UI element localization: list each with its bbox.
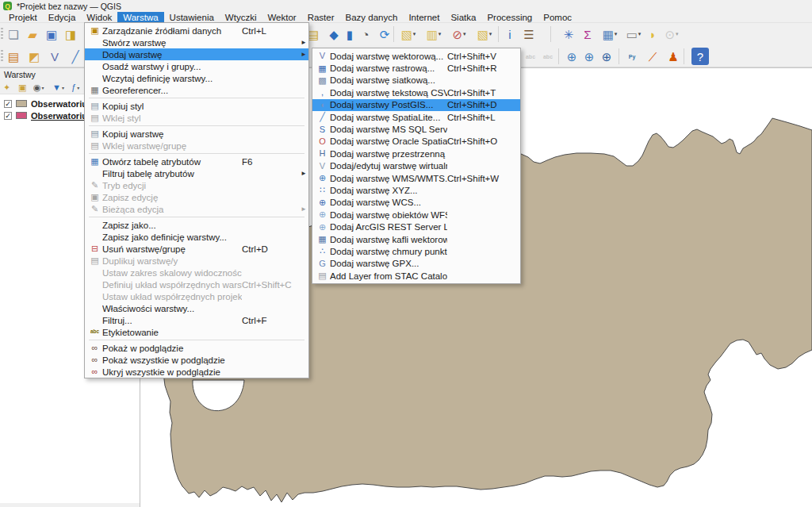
new-bookmark-button[interactable]: ◆ [325, 25, 343, 43]
data-source-manager-button[interactable]: ▤ [5, 48, 22, 65]
refresh-map-button[interactable]: ⟳ [376, 25, 393, 43]
submenu-item-dodaj-warstwe-siatkowa[interactable]: ▩Dodaj warstwę siatkową... [312, 75, 520, 86]
menu-item-ukryj-wszystkie-w-podgladzie[interactable]: ∞Ukryj wszystkie w podglądzie [85, 366, 308, 378]
submenu-item-dodaj-warstwe-wfs-ogc-api[interactable]: ⊕Dodaj warstwę obiektów WFS / OGC API... [312, 209, 520, 221]
dropdown-caret-icon[interactable]: ▾ [638, 31, 642, 37]
select-freehand-button[interactable]: ▧▾ [473, 25, 496, 43]
menu-item-pokaz-w-podgladzie[interactable]: ∞Pokaż w podglądzie [85, 342, 308, 354]
select-by-value-button[interactable]: ▥▾ [422, 25, 446, 43]
menu-item-zarzadzanie-zrodlami-danych[interactable]: ▣Zarządzanie źródłami danychCtrl+L [85, 25, 308, 36]
help-button[interactable]: ? [691, 48, 709, 65]
filter-by-expression-button[interactable]: ƒ▾ [71, 81, 79, 94]
menu-item-otworz-tabele-atrybutow[interactable]: ▦Otwórz tabelę atrybutówF6 [85, 156, 308, 167]
label-single-button[interactable]: abc [522, 48, 539, 65]
menu-item-georeferencer[interactable]: ▦Georeferencer... [85, 84, 308, 96]
menu-item-ustaw-zakres-skalowy[interactable]: Ustaw zakres skalowy widoczności warstw(… [85, 267, 308, 278]
submenu-item-dodaj-warstwe-spatialite[interactable]: ╱Dodaj warstwę SpatiaLite...Ctrl+Shift+L [312, 111, 520, 123]
menu-item-tryb-edycji[interactable]: ✎Tryb edycji [85, 179, 308, 191]
submenu-item-dodaj-warstwe-wms-wmts[interactable]: ⊕Dodaj warstwę WMS/WMTS...Ctrl+Shift+W [312, 172, 520, 184]
menu-item-kopiuj-warstwe[interactable]: ▤Kopiuj warstwę [85, 128, 308, 140]
menubar-item-wtyczki[interactable]: Wtyczki [220, 12, 262, 22]
menu-item-osadz-warstwy-i-grupy[interactable]: Osadź warstwy i grupy... [85, 60, 308, 72]
layer-visibility-checkbox[interactable]: ✓ [4, 100, 12, 108]
show-statistics-button[interactable]: Σ [579, 25, 596, 43]
menu-item-usun-warstwe-grupe[interactable]: ⊟Usuń warstwę/grupęCtrl+D [85, 243, 308, 255]
identify-features-button[interactable]: i [501, 25, 519, 43]
submenu-item-dodaj-warstwe-oracle[interactable]: ODodaj warstwę Oracle Spatial...Ctrl+Shi… [312, 136, 520, 148]
submenu-item-dodaj-arcgis-rest-server-layer[interactable]: ⊕Dodaj ArcGIS REST Server Layer... [312, 221, 520, 232]
menu-item-biezaca-edycja[interactable]: ✎Bieżąca edycja► [85, 203, 308, 215]
metasearch-button[interactable]: ⊕ [598, 48, 615, 65]
mapswipe-person-button[interactable]: ♟ [665, 48, 682, 65]
menu-item-stworz-warstwe[interactable]: Stwórz warstwę► [85, 36, 308, 48]
dropdown-caret-icon[interactable]: ▾ [42, 85, 44, 90]
temporal-controller-button[interactable]: ◔ [357, 25, 374, 43]
submenu-item-dodaj-warstwe-gpx[interactable]: GDodaj warstwę GPX... [312, 258, 520, 270]
submenu-item-dodaj-warstwe-chmury-punktow[interactable]: ∴Dodaj warstwę chmury punktów... [312, 245, 520, 257]
open-attribute-table-button[interactable]: ▦▾ [598, 25, 622, 43]
menubar-item-edycja[interactable]: Edycja [43, 12, 82, 22]
submenu-item-dodaj-warstwe-wcs[interactable]: ⊕Dodaj warstwę WCS... [312, 197, 520, 209]
save-project-button[interactable]: ▣ [43, 25, 60, 43]
submenu-item-dodaj-warstwe-xyz[interactable]: ∷Dodaj warstwę XYZ... [312, 184, 520, 196]
submenu-item-dodaj-warstwy-postgis[interactable]: ◖Dodaj warstwy PostGIS...Ctrl+Shift+D [312, 99, 520, 111]
menu-item-kopiuj-styl[interactable]: ▤Kopiuj styl [85, 100, 308, 112]
menubar-item-raster[interactable]: Raster [302, 12, 340, 22]
add-spatialite-layer-button[interactable]: ╱ [67, 48, 84, 65]
submenu-item-dodaj-warstwe-wektorowa[interactable]: VDodaj warstwę wektorową...Ctrl+Shift+V [312, 50, 520, 62]
label-layer-button[interactable]: abc [539, 48, 557, 65]
menu-item-dodaj-warstwe[interactable]: Dodaj warstwę► [85, 48, 308, 60]
menu-item-wlasciwosci-warstwy[interactable]: Właściwości warstwy... [85, 302, 308, 314]
menu-item-wklej-styl[interactable]: ▤Wklej styl [85, 112, 308, 124]
processing-toolbox-button[interactable]: ✳ [560, 25, 577, 43]
submenu-item-add-layer-from-stac-catalog[interactable]: ▤Add Layer from STAC Catalog... [312, 270, 520, 282]
menu-item-zapisz-jako-definicje-warstwy[interactable]: Zapisz jako definicję warstwy... [85, 231, 308, 243]
dropdown-caret-icon[interactable]: ▾ [439, 31, 442, 37]
open-styling-panel-button[interactable]: ✦ [3, 81, 10, 94]
menubar-item-pomoc[interactable]: Pomoc [538, 12, 577, 22]
add-wcs-layer-button[interactable]: ⊕ [580, 48, 598, 65]
menu-item-wklej-warstwe-grupe[interactable]: ▤Wklej warstwę/grupę [85, 140, 308, 152]
open-project-button[interactable]: ▰ [24, 25, 41, 43]
dropdown-caret-icon[interactable]: ▾ [62, 85, 64, 90]
menu-item-duplikuj-warstwe[interactable]: ▤Duplikuj warstwę/y [85, 255, 308, 267]
dropdown-caret-icon[interactable]: ▾ [676, 31, 679, 37]
add-wms-layer-button[interactable]: ⊕ [563, 48, 580, 65]
dropdown-caret-icon[interactable]: ▾ [615, 31, 618, 37]
layer-visibility-checkbox[interactable]: ✓ [4, 112, 12, 120]
submenu-item-dodaj-warstwe-kafli-wektorowych[interactable]: ▦Dodaj warstwę kafli wektorowych... [312, 233, 520, 245]
select-features-button[interactable]: ▧▾ [396, 25, 420, 43]
menubar-item-siatka[interactable]: Siatka [445, 12, 481, 22]
submenu-item-dodaj-edytuj-warstwe-wirtualna[interactable]: VDodaj/edytuj warstwę wirtualną... [312, 160, 520, 172]
menubar-item-projekt[interactable]: Projekt [3, 12, 43, 22]
filter-legend-button[interactable]: ▼▾ [52, 81, 64, 94]
add-group-button[interactable]: ▣ [18, 81, 26, 94]
menubar-item-wektor[interactable]: Wektor [262, 12, 301, 22]
submenu-item-dodaj-warstwe-tekstowa-csv[interactable]: ,Dodaj warstwę tekstową CSV...Ctrl+Shift… [312, 86, 520, 98]
menu-item-filtruj-tabele-atrybutow[interactable]: Filtruj tabelę atrybutów► [85, 167, 308, 179]
menu-item-ustaw-uklad-projektu-wg-warstwy[interactable]: Ustaw układ współrzędnych projektu wg wa… [85, 290, 308, 302]
dropdown-caret-icon[interactable]: ▾ [77, 85, 79, 90]
submenu-item-dodaj-warstwe-sap-hana[interactable]: HDodaj warstwę przestrzenną SAP HANA... [312, 148, 520, 159]
dropdown-caret-icon[interactable]: ▾ [463, 31, 466, 37]
menu-item-filtruj[interactable]: Filtruj...Ctrl+F [85, 314, 308, 326]
statistical-summary-button[interactable]: ☰ [520, 25, 538, 43]
measure-button[interactable]: ▭▾ [622, 25, 645, 43]
submenu-item-dodaj-warstwe-ms-sql[interactable]: SDodaj warstwę MS SQL Server... [312, 123, 520, 135]
submenu-item-dodaj-warstwe-rastrowa[interactable]: ▦Dodaj warstwę rastrową...Ctrl+Shift+R [312, 62, 520, 74]
menubar-item-ustawienia[interactable]: Ustawienia [164, 12, 220, 22]
menu-item-zapisz-jako[interactable]: Zapisz jako... [85, 219, 308, 231]
menubar-item-bazy-danych[interactable]: Bazy danych [340, 12, 404, 22]
python-console-button[interactable]: Py [623, 48, 641, 65]
show-bookmarks-button[interactable]: ▮ [341, 25, 358, 43]
dropdown-caret-icon[interactable]: ▾ [489, 31, 492, 37]
menu-item-wczytaj-definicje-warstwy[interactable]: Wczytaj definicję warstwy... [85, 72, 308, 84]
menu-item-definiuj-uklad-wspolrzednych[interactable]: Definiuj układ współrzędnych warstwyCtrl… [85, 278, 308, 290]
manage-map-themes-button[interactable]: ◉▾ [33, 81, 44, 94]
osm-tools-button[interactable]: ⟋ [644, 48, 661, 65]
add-vector-layer-button[interactable]: V [46, 48, 63, 65]
menu-item-zapisz-edycje[interactable]: ▣Zapisz edycję [85, 191, 308, 203]
menubar-item-processing[interactable]: Processing [481, 12, 538, 22]
style-manager-button[interactable]: ◨ [62, 25, 79, 43]
dropdown-caret-icon[interactable]: ▾ [413, 31, 416, 37]
